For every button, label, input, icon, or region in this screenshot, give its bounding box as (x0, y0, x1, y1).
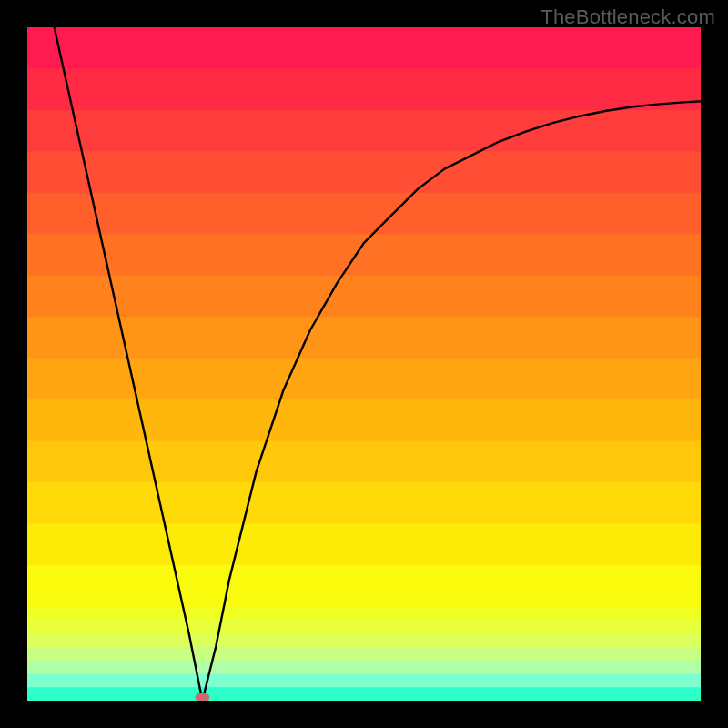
svg-rect-20 (27, 687, 701, 701)
svg-rect-11 (27, 482, 701, 524)
svg-rect-19 (27, 673, 701, 688)
svg-rect-17 (27, 647, 701, 662)
svg-rect-16 (27, 633, 701, 648)
svg-rect-4 (27, 193, 701, 235)
svg-rect-1 (27, 68, 701, 110)
chart-svg (27, 27, 701, 701)
svg-rect-14 (27, 606, 701, 621)
svg-rect-10 (27, 441, 701, 483)
svg-rect-7 (27, 317, 701, 359)
svg-rect-13 (27, 565, 701, 607)
plot-area (27, 27, 701, 701)
svg-rect-3 (27, 151, 701, 193)
svg-rect-18 (27, 661, 701, 675)
svg-rect-2 (27, 110, 701, 152)
svg-rect-15 (27, 620, 701, 634)
chart-container: TheBottleneck.com (0, 0, 728, 728)
svg-rect-9 (27, 399, 701, 441)
svg-rect-6 (27, 276, 701, 318)
svg-rect-5 (27, 234, 701, 276)
watermark-text: TheBottleneck.com (541, 5, 715, 29)
svg-rect-0 (27, 27, 701, 69)
svg-rect-12 (27, 523, 701, 565)
